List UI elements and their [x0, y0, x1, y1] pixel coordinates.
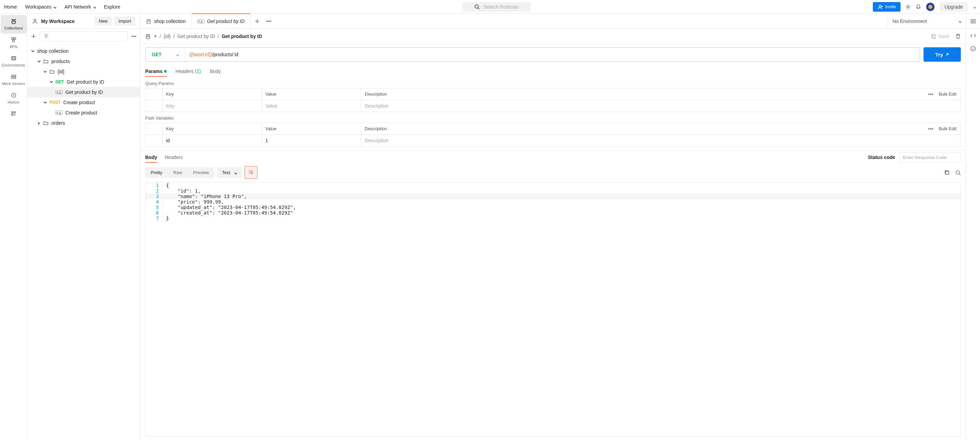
svg-point-15 [132, 36, 132, 37]
request-url-input[interactable]: {{baseUrl}}/products/:id [185, 48, 920, 61]
status-code-input[interactable]: Enter Response Code [899, 153, 961, 163]
nav-workspaces[interactable]: Workspaces [25, 4, 56, 10]
tab-shop-collection[interactable]: shop collection [140, 14, 192, 29]
request-tab-params[interactable]: Params [145, 69, 167, 74]
table-options-button[interactable] [928, 91, 934, 97]
tree-folder-products[interactable]: products [27, 56, 140, 67]
breadcrumb: / {id}/ Get product by ID/ Get product b… [145, 33, 262, 39]
svg-rect-5 [13, 40, 14, 42]
rail-environments[interactable]: Environments [1, 52, 27, 70]
environments-icon [11, 56, 16, 61]
svg-point-27 [930, 128, 931, 129]
filter-collections[interactable] [40, 31, 128, 41]
response-tab-body[interactable]: Body [145, 155, 157, 160]
col-description: Description [361, 88, 916, 100]
query-key-input[interactable]: Key [163, 100, 262, 112]
svg-point-16 [134, 36, 134, 37]
svg-rect-11 [12, 112, 13, 113]
tree-folder-id[interactable]: {id} [27, 67, 140, 77]
request-tab-body[interactable]: Body [210, 69, 221, 74]
tree-example-get-product[interactable]: e.g. Get product by ID [27, 87, 140, 97]
col-value: Value [262, 123, 361, 134]
breadcrumb-request[interactable]: Get product by ID [177, 33, 215, 39]
query-desc-input[interactable]: Description [361, 100, 961, 112]
environment-selector[interactable]: No Environment [888, 14, 966, 29]
rail-collections[interactable]: Collections [1, 15, 27, 33]
tab-more-button[interactable] [266, 19, 272, 24]
query-params-label: Query Params [140, 77, 966, 88]
info-button[interactable] [970, 46, 976, 51]
copy-response-button[interactable] [944, 170, 950, 175]
chevron-down-icon [37, 60, 40, 63]
svg-point-2 [907, 6, 909, 8]
notifications-button[interactable] [916, 4, 921, 10]
svg-rect-4 [14, 38, 16, 40]
save-button[interactable]: Save [931, 33, 949, 39]
path-var-key-input[interactable]: id [163, 135, 262, 146]
view-raw-button[interactable]: Raw [168, 167, 188, 178]
modified-indicator-icon [164, 70, 167, 73]
bulk-edit-button[interactable]: Bulk Edit [939, 126, 956, 131]
path-var-value-input[interactable]: 1 [262, 135, 361, 146]
nav-api-network[interactable]: API Network [64, 4, 96, 10]
chevron-down-icon [972, 5, 976, 9]
env-quicklook-button[interactable] [970, 19, 976, 24]
invite-button[interactable]: Invite [873, 2, 900, 12]
query-value-input[interactable]: Value [262, 100, 361, 112]
nav-home[interactable]: Home [4, 4, 17, 10]
tab-get-product[interactable]: e.g. Get product by ID [192, 14, 251, 29]
wrap-icon [248, 169, 254, 175]
request-tab-headers[interactable]: Headers (1) [176, 69, 201, 74]
global-search[interactable]: Search Postman [462, 2, 531, 12]
chevron-right-icon [37, 121, 40, 125]
response-code-editor[interactable]: 1{ 2 "id": 1, 3 "name": "iPhone 13 Pro",… [145, 182, 961, 437]
rail-apis[interactable]: APIs [1, 33, 27, 52]
table-options-button[interactable] [928, 126, 934, 132]
try-button[interactable]: Try [923, 47, 961, 62]
svg-point-23 [928, 94, 929, 94]
env-eye-icon [970, 19, 976, 24]
wrap-lines-button[interactable] [245, 166, 258, 179]
view-pretty-button[interactable]: Pretty [145, 167, 168, 178]
breadcrumb-id[interactable]: {id} [164, 33, 170, 39]
view-preview-button[interactable]: Preview [188, 167, 214, 178]
upgrade-button[interactable]: Upgrade [940, 2, 968, 12]
method-selector[interactable]: GET [146, 48, 185, 61]
svg-point-17 [135, 36, 136, 37]
tree-example-create-product[interactable]: e.g. Create product [27, 108, 140, 118]
tree-collection-shop[interactable]: shop collection [27, 46, 140, 56]
more-horizontal-icon [928, 91, 934, 97]
delete-button[interactable] [955, 33, 961, 39]
response-format-select[interactable]: Text [217, 167, 242, 178]
caret-down-icon[interactable] [153, 35, 157, 38]
search-response-button[interactable] [955, 170, 961, 175]
svg-rect-9 [12, 77, 16, 78]
sidebar-more-button[interactable] [131, 33, 137, 39]
collection-icon [146, 19, 151, 24]
new-button[interactable]: New [94, 16, 111, 26]
avatar-button[interactable] [926, 2, 935, 11]
rail-history[interactable]: History [1, 89, 27, 108]
response-tab-headers[interactable]: Headers [165, 155, 183, 160]
history-icon [11, 92, 16, 98]
add-collection-button[interactable] [31, 33, 36, 39]
new-tab-button[interactable] [255, 19, 260, 24]
example-badge-icon: e.g. [197, 19, 204, 23]
path-var-desc-input[interactable]: Description [361, 135, 961, 146]
info-icon [970, 46, 976, 51]
rail-mock-servers[interactable]: Mock Servers [1, 70, 27, 89]
rail-more[interactable] [1, 108, 27, 120]
svg-point-25 [932, 94, 932, 94]
import-button[interactable]: Import [115, 16, 135, 26]
settings-button[interactable] [905, 4, 911, 10]
tree-request-get-product[interactable]: GET Get product by ID [27, 77, 140, 87]
tree-folder-orders[interactable]: orders [27, 118, 140, 128]
bulk-edit-button[interactable]: Bulk Edit [939, 91, 956, 97]
more-dropdown[interactable] [972, 5, 976, 9]
tree-request-create-product[interactable]: POST Create product [27, 97, 140, 108]
col-key: Key [163, 88, 262, 100]
folder-icon [43, 59, 49, 64]
col-value: Value [262, 88, 361, 100]
code-snippet-button[interactable] [970, 33, 976, 38]
nav-explore[interactable]: Explore [104, 4, 120, 10]
